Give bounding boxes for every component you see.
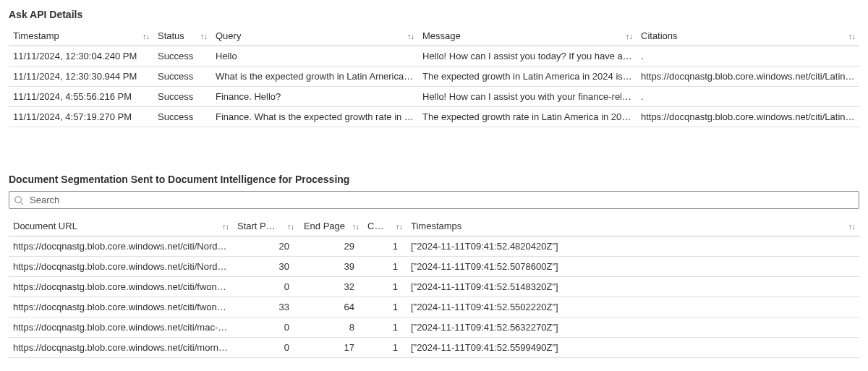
table-row[interactable]: https://docqnastg.blob.core.windows.net/… [9,297,859,317]
table-row[interactable]: 11/11/2024, 4:57:19.270 PMSuccessFinance… [9,107,859,127]
cell-timestamps: ["2024-11-11T09:41:52.4820420Z"] [407,236,624,257]
cell-url: https://docqnastg.blob.core.windows.net/… [9,236,233,257]
cell-start_page: 0 [233,317,298,338]
segmentation-title: Document Segmentation Sent to Document I… [9,174,859,185]
cell-count: 1 [363,257,407,277]
column-header-count[interactable]: Count ↑↓ [363,216,407,236]
ask-api-title: Ask API Details [9,9,859,20]
cell-url: https://docqnastg.blob.core.windows.net/… [9,277,233,297]
column-label: Start Page [237,221,280,231]
cell-count: 1 [363,297,407,317]
cell-end_page: 8 [298,317,363,338]
segmentation-table: Document URL ↑↓ Start Page ↑↓ End Page ↑… [9,216,859,358]
column-header-end-page[interactable]: End Page ↑↓ [298,216,363,236]
sort-icon[interactable]: ↑↓ [222,222,229,231]
table-row[interactable]: 11/11/2024, 12:30:04.240 PMSuccessHelloH… [9,46,859,67]
column-label: Document URL [13,221,77,231]
ask-api-header-row: Timestamp ↑↓ Status ↑↓ Query ↑↓ [9,26,859,46]
cell-timestamps: ["2024-11-11T09:41:52.5632270Z"] [407,317,624,338]
cell-end_page: 17 [298,338,363,358]
sort-icon[interactable]: ↑↓ [200,32,207,40]
cell-status: Success [153,46,211,67]
cell-count: 1 [363,236,407,257]
cell-query: What is the expected growth in Latin Ame… [211,67,418,87]
column-header-citations[interactable]: Citations ↑↓ [637,26,859,46]
cell-start_page: 30 [233,257,298,277]
cell-count: 1 [363,338,407,358]
column-label: Count [367,221,388,231]
cell-count: 1 [363,277,407,297]
ask-api-table: Timestamp ↑↓ Status ↑↓ Query ↑↓ [9,26,859,127]
search-input[interactable] [28,194,854,206]
table-row[interactable]: 11/11/2024, 4:55:56.216 PMSuccessFinance… [9,87,859,107]
sort-icon[interactable]: ↑↓ [626,32,632,40]
segmentation-header-row: Document URL ↑↓ Start Page ↑↓ End Page ↑… [9,216,859,236]
table-row[interactable]: https://docqnastg.blob.core.windows.net/… [9,257,859,277]
cell-url: https://docqnastg.blob.core.windows.net/… [9,257,233,277]
cell-timestamp: 11/11/2024, 4:57:19.270 PM [9,107,153,127]
cell-padding [624,317,859,338]
cell-timestamp: 11/11/2024, 12:30:30.944 PM [9,67,153,87]
search-icon [14,195,24,205]
sort-icon[interactable]: ↑↓ [848,222,855,231]
column-label: Citations [641,30,678,41]
cell-padding [624,297,859,317]
cell-url: https://docqnastg.blob.core.windows.net/… [9,338,233,358]
sort-icon[interactable]: ↑↓ [352,222,359,231]
table-row[interactable]: 11/11/2024, 12:30:30.944 PMSuccessWhat i… [9,67,859,87]
column-header-start-page[interactable]: Start Page ↑↓ [233,216,298,236]
cell-padding [624,338,859,358]
column-label: Query [216,30,241,41]
table-row[interactable]: https://docqnastg.blob.core.windows.net/… [9,338,859,358]
cell-padding [624,236,859,257]
table-row[interactable]: https://docqnastg.blob.core.windows.net/… [9,277,859,297]
cell-timestamps: ["2024-11-11T09:41:52.5502220Z"] [407,297,624,317]
cell-timestamps: ["2024-11-11T09:41:52.5078600Z"] [407,257,624,277]
sort-icon[interactable]: ↑↓ [848,32,855,40]
cell-end_page: 39 [298,257,363,277]
search-box[interactable] [9,191,859,209]
cell-timestamp: 11/11/2024, 12:30:04.240 PM [9,46,153,67]
cell-url: https://docqnastg.blob.core.windows.net/… [9,297,233,317]
cell-start_page: 20 [233,236,298,257]
cell-citations: . [637,87,859,107]
sort-icon[interactable]: ↑↓ [287,222,294,231]
cell-citations: . [637,46,859,67]
column-header-status[interactable]: Status ↑↓ [153,26,211,46]
cell-count: 1 [363,317,407,338]
cell-status: Success [153,87,211,107]
cell-url: https://docqnastg.blob.core.windows.net/… [9,317,233,338]
cell-query: Finance. What is the expected growth rat… [211,107,418,127]
cell-citations: https://docqnastg.blob.core.windows.net/… [637,107,859,127]
cell-timestamps: ["2024-11-11T09:41:52.5599490Z"] [407,338,624,358]
column-header-query[interactable]: Query ↑↓ [211,26,418,46]
cell-citations: https://docqnastg.blob.core.windows.net/… [637,67,859,87]
cell-end_page: 32 [298,277,363,297]
sort-icon[interactable]: ↑↓ [396,222,402,231]
column-header-timestamps[interactable]: Timestamps [407,216,624,236]
cell-end_page: 64 [298,297,363,317]
cell-timestamps: ["2024-11-11T09:41:52.5148320Z"] [407,277,624,297]
cell-end_page: 29 [298,236,363,257]
sort-icon[interactable]: ↑↓ [407,32,414,40]
column-header-message[interactable]: Message ↑↓ [418,26,637,46]
sort-icon[interactable]: ↑↓ [142,32,149,40]
table-row[interactable]: https://docqnastg.blob.core.windows.net/… [9,317,859,338]
table-row[interactable]: https://docqnastg.blob.core.windows.net/… [9,236,859,257]
cell-message: The expected growth rate in Latin Americ… [418,107,637,127]
cell-status: Success [153,67,211,87]
column-header-blank[interactable]: ↑↓ [624,216,859,236]
cell-status: Success [153,107,211,127]
cell-padding [624,257,859,277]
column-label: Timestamp [13,30,59,41]
cell-timestamp: 11/11/2024, 4:55:56.216 PM [9,87,153,107]
column-label: Message [422,30,461,41]
svg-point-0 [15,196,22,202]
column-header-document-url[interactable]: Document URL ↑↓ [9,216,233,236]
cell-start_page: 0 [233,277,298,297]
svg-line-1 [21,202,24,205]
cell-start_page: 33 [233,297,298,317]
cell-message: Hello! How can I assist you today? If yo… [418,46,637,67]
cell-message: Hello! How can I assist you with your fi… [418,87,637,107]
column-header-timestamp[interactable]: Timestamp ↑↓ [9,26,153,46]
